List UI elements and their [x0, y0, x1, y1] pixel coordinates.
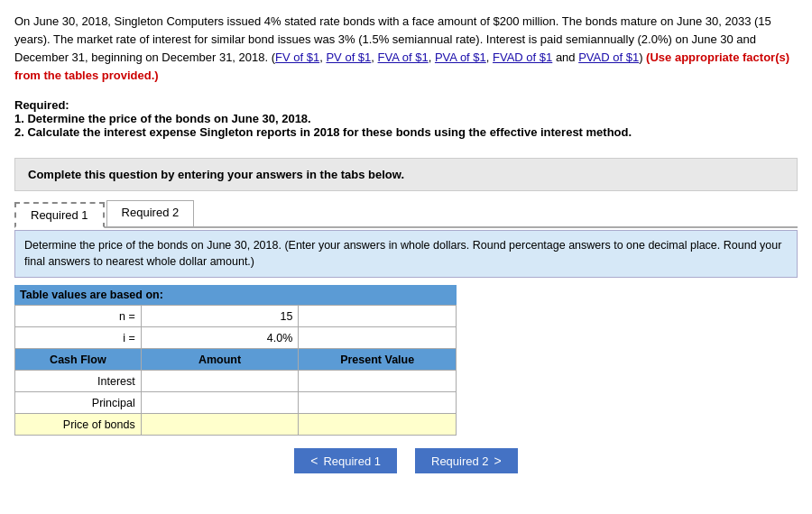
- table-section: Table values are based on: n = 15 i = 4.…: [14, 285, 457, 436]
- required-section: Required: 1. Determine the price of the …: [14, 98, 798, 139]
- price-amount[interactable]: [141, 414, 299, 436]
- req2-text: 2. Calculate the interest expense Single…: [14, 125, 632, 139]
- prev-button[interactable]: < Required 1: [294, 448, 397, 473]
- tabs-row: Required 1 Required 2: [14, 200, 798, 228]
- tab-required-2[interactable]: Required 2: [106, 200, 195, 226]
- i-pv-empty: [299, 327, 457, 349]
- fva-link[interactable]: FVA of $1: [378, 50, 429, 64]
- prev-label: Required 1: [323, 454, 381, 468]
- amount-header: Amount: [141, 349, 299, 371]
- fvad-link[interactable]: FVAD of $1: [493, 50, 552, 64]
- table-header: Table values are based on:: [14, 285, 457, 305]
- col-headers-row: Cash Flow Amount Present Value: [15, 349, 457, 371]
- pva-link[interactable]: PVA of $1: [435, 50, 486, 64]
- problem-text: On June 30, 2018, Singleton Computers is…: [14, 13, 798, 86]
- interest-pv[interactable]: [299, 371, 457, 392]
- n-value[interactable]: 15: [141, 306, 299, 327]
- interest-label: Interest: [15, 371, 142, 392]
- i-row: i = 4.0%: [15, 327, 457, 349]
- principal-row: Principal: [15, 392, 457, 414]
- complete-box: Complete this question by entering your …: [14, 158, 798, 191]
- principal-amount[interactable]: [141, 392, 299, 414]
- next-button[interactable]: Required 2 >: [415, 448, 518, 473]
- interest-amount[interactable]: [141, 371, 299, 392]
- i-label: i =: [15, 327, 142, 349]
- prev-arrow: <: [310, 454, 318, 468]
- tab-required-1[interactable]: Required 1: [14, 202, 105, 228]
- interest-row: Interest: [15, 371, 457, 392]
- price-label: Price of bonds: [15, 414, 142, 436]
- next-arrow: >: [494, 454, 502, 468]
- principal-pv[interactable]: [299, 392, 457, 414]
- problem-statement: On June 30, 2018, Singleton Computers is…: [14, 14, 789, 82]
- i-value[interactable]: 4.0%: [141, 327, 299, 349]
- principal-label: Principal: [15, 392, 142, 414]
- info-box: Determine the price of the bonds on June…: [14, 230, 798, 279]
- n-label: n =: [15, 306, 142, 327]
- n-pv-empty: [299, 306, 457, 327]
- info-text: Determine the price of the bonds on June…: [24, 239, 781, 269]
- pv-header: Present Value: [299, 349, 457, 371]
- req1-text: 1. Determine the price of the bonds on J…: [14, 112, 311, 125]
- values-table: n = 15 i = 4.0% Cash Flow Amount Present…: [14, 305, 457, 436]
- pv-link[interactable]: PV of $1: [326, 50, 371, 64]
- n-row: n = 15: [15, 306, 457, 327]
- bottom-nav: < Required 1 Required 2 >: [14, 448, 798, 473]
- fv-link[interactable]: FV of $1: [275, 50, 319, 64]
- next-label: Required 2: [431, 454, 489, 468]
- price-row: Price of bonds: [15, 414, 457, 436]
- complete-text: Complete this question by entering your …: [28, 168, 404, 181]
- price-pv[interactable]: [299, 414, 457, 436]
- cashflow-header: Cash Flow: [15, 349, 142, 371]
- pvad-link[interactable]: PVAD of $1: [578, 50, 639, 64]
- required-heading: Required:: [14, 98, 69, 112]
